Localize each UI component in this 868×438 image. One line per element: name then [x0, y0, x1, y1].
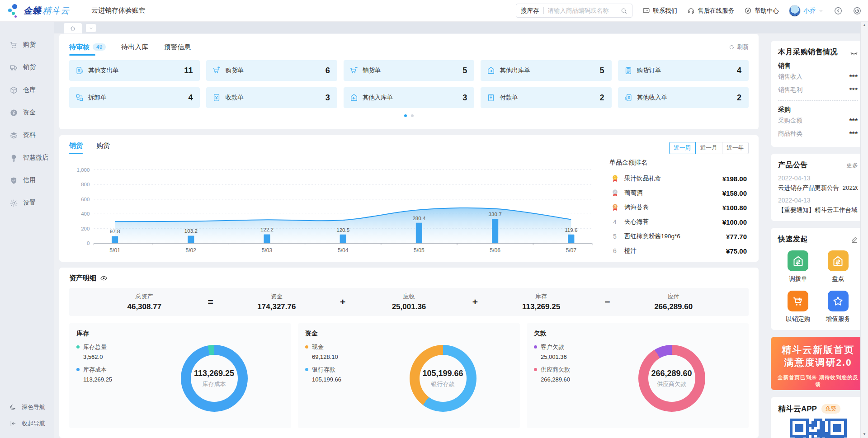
refresh-icon	[729, 44, 735, 50]
search-scope-label[interactable]: 搜库存	[521, 7, 539, 15]
eye-closed-icon[interactable]	[850, 48, 858, 57]
scroll-up-icon[interactable]: ▲	[863, 23, 866, 28]
product-name: 果汁饮品礼盒	[624, 174, 718, 183]
todo-card-house-out[interactable]: 其他出库单5	[481, 60, 611, 81]
user-menu[interactable]: 小乔	[789, 5, 824, 17]
sidebar-footer-label: 收起导航	[22, 419, 45, 428]
quick-actions-title: 快速发起	[778, 235, 808, 244]
sidebar-dark-mode-toggle[interactable]: 深色导航	[0, 399, 54, 415]
sidebar-nav: 购货销货仓库资金资料智慧微店信用设置	[0, 33, 54, 214]
svg-text:5/06: 5/06	[490, 247, 500, 254]
asset-term-value: 113,269.25	[484, 302, 599, 311]
app-title: 精斗云APP	[778, 404, 817, 414]
inventory-search[interactable]: 搜库存	[516, 4, 632, 18]
cart-minus-icon	[349, 66, 359, 75]
quick-action-盘点[interactable]: 盘点	[828, 250, 849, 283]
split-icon	[75, 93, 84, 102]
range-button[interactable]: 近一年	[722, 142, 749, 154]
assets-formula-bar: 总资产46,308.77=资金174,327.76+应收25,001.36+库存…	[69, 288, 749, 316]
svg-text:103.2: 103.2	[184, 228, 198, 234]
todo-card-label: 其他收入单	[637, 94, 668, 102]
sidebar-item-layers[interactable]: 资料	[0, 124, 54, 146]
todo-tab[interactable]: 待审核49	[69, 38, 106, 56]
sales-trend-chart: 02004006008001,00097.8103.2122.2120.5280…	[69, 156, 599, 262]
search-icon[interactable]	[620, 7, 627, 14]
quick-action-以销定购[interactable]: 以销定购	[786, 291, 810, 323]
survey-banner[interactable]: 精斗云新版首页 满意度调研2.0 全新首页已到来 期待收到您的反馈	[771, 337, 865, 390]
sidebar-item-yen-circle[interactable]: 资金	[0, 101, 54, 124]
announcement-item[interactable]: 2022-04-13【重要通知】精斗云工作台域...	[778, 197, 858, 214]
svg-text:5/04: 5/04	[338, 247, 349, 254]
top-link-chat[interactable]: 联系我们	[642, 7, 677, 15]
sidebar-item-label: 智慧微店	[23, 154, 48, 162]
eye-icon[interactable]	[100, 274, 108, 282]
svg-text:200: 200	[81, 226, 90, 231]
legend-item: 库存总量3,562.0	[76, 343, 144, 360]
avatar[interactable]	[789, 5, 801, 17]
tab-list-dropdown[interactable]	[86, 24, 96, 32]
month-summary-panel: 本月采购销售情况 销售销售收入***销售毛利***采购采购金额***商品种类**…	[771, 41, 865, 147]
legend-dot	[305, 368, 308, 371]
todo-card-count: 4	[188, 93, 193, 103]
sidebar-item-bulb[interactable]: 智慧微店	[0, 146, 54, 169]
todo-card-money-out[interactable]: 其他支出单11	[69, 60, 200, 81]
bulb-icon	[9, 154, 18, 162]
sidebar-item-truck[interactable]: 销货	[0, 56, 54, 79]
quick-action-增值服务[interactable]: 增值服务	[826, 291, 850, 323]
range-button[interactable]: 近一月	[695, 142, 722, 154]
todo-card-count: 3	[462, 93, 467, 103]
announcements-more-link[interactable]: 更多	[846, 161, 858, 170]
pager-dot[interactable]	[404, 114, 407, 117]
asset-term: 资金174,327.76	[220, 292, 334, 311]
sidebar-item-cube[interactable]: 仓库	[0, 79, 54, 101]
refresh-button[interactable]: 刷新	[729, 43, 749, 51]
medal-icon: 1	[609, 174, 620, 183]
announcement-item[interactable]: 2022-04-13云进销存产品更新公告_20220...	[778, 174, 858, 192]
todo-card-house-in[interactable]: 其他入库单3	[344, 87, 474, 108]
sidebar-item-gear[interactable]: 设置	[0, 192, 54, 214]
todo-tab[interactable]: 预警信息	[164, 38, 191, 56]
todo-card-money-in[interactable]: 其他收入单2	[618, 87, 749, 108]
ranking-row: 4夹心海苔¥100.00	[609, 215, 747, 229]
brand-logo[interactable]: 金蝶精斗云	[8, 4, 80, 18]
todo-card-doc-pay[interactable]: 付款单2	[481, 87, 611, 108]
house-swap-icon	[828, 250, 849, 271]
quick-action-调拨单[interactable]: 调拨单	[788, 250, 808, 283]
range-button[interactable]: 近一周	[669, 142, 696, 154]
collapse-icon	[9, 420, 17, 427]
todo-card-doc-receive[interactable]: 收款单3	[206, 87, 337, 108]
todo-card-split[interactable]: 拆卸单4	[69, 87, 200, 108]
todo-card-clipboard[interactable]: 购货订单4	[618, 60, 749, 81]
tab-home[interactable]	[64, 23, 82, 33]
todo-card-count: 5	[462, 66, 467, 75]
asset-detail-panels: 库存库存总量3,562.0库存成本113,269.25113,269.25库存成…	[69, 323, 749, 428]
todo-card-count: 2	[600, 93, 604, 103]
donut-center-value: 113,269.25	[194, 369, 234, 378]
edit-pencil-icon[interactable]	[851, 236, 858, 243]
scroll-down-icon[interactable]: ▼	[863, 432, 866, 437]
quick-action-label: 调拨单	[789, 275, 807, 283]
top-link-headset[interactable]: 售后在线服务	[687, 7, 734, 15]
todo-card-cart-plus[interactable]: 购货单6	[206, 60, 337, 81]
pager-dot[interactable]	[411, 114, 414, 117]
todo-tab[interactable]: 待出入库	[121, 38, 148, 56]
todo-tabs: 待审核49待出入库预警信息	[69, 38, 191, 56]
todo-card-cart-minus[interactable]: 销货单5	[344, 60, 474, 81]
product-amount: ¥75.00	[726, 247, 747, 255]
sidebar-item-shield[interactable]: 信用	[0, 169, 54, 192]
cart-white-icon	[788, 291, 808, 311]
sidebar-item-cart[interactable]: 购货	[0, 33, 54, 56]
trend-tab[interactable]: 销货	[69, 141, 83, 154]
top-link-compass[interactable]: 帮助中心	[744, 7, 779, 15]
app-qr-code	[778, 419, 858, 438]
search-input[interactable]	[548, 7, 621, 14]
time-range-buttons: 近一周近一月近一年	[669, 142, 749, 154]
sidebar-collapse-toggle[interactable]: 收起导航	[0, 415, 54, 432]
history-back-icon[interactable]	[834, 6, 843, 15]
todo-card-label: 其他入库单	[363, 94, 393, 102]
logout-power-icon[interactable]	[853, 6, 862, 15]
legend-dot	[76, 345, 80, 349]
vertical-scrollbar[interactable]: ▲ ▼	[860, 22, 868, 438]
trend-tab[interactable]: 购货	[96, 141, 110, 154]
product-amount: ¥198.00	[722, 175, 747, 183]
